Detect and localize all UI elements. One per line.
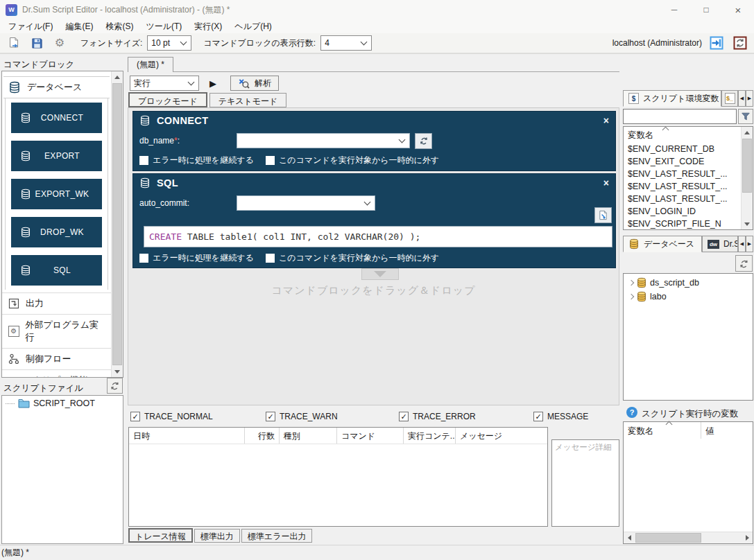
close-button[interactable]: × <box>722 0 754 19</box>
section-output[interactable]: 出力 <box>2 292 111 314</box>
menu-help[interactable]: ヘルプ(H) <box>228 19 278 34</box>
menu-edit[interactable]: 編集(E) <box>59 19 99 34</box>
close-icon[interactable]: × <box>603 178 609 188</box>
tab-trace-info[interactable]: トレース情報 <box>128 528 193 543</box>
column-header-command[interactable]: コマンド <box>337 428 404 444</box>
db-list-refresh-button[interactable] <box>415 133 432 149</box>
command-block-scrollbar[interactable] <box>111 71 123 377</box>
reconnect-button[interactable] <box>708 35 726 51</box>
column-header-datetime[interactable]: 日時 <box>129 428 245 444</box>
db-name-select[interactable]: "ds_script_db" <box>237 133 410 148</box>
menu-run[interactable]: 実行(X) <box>188 19 228 34</box>
column-header-exec-context[interactable]: 実行コンテ... <box>404 428 456 444</box>
command-block-button-drop-wk[interactable]: DROP_WK <box>11 217 102 247</box>
env-var-scrollbar[interactable] <box>741 127 753 229</box>
runtime-vars-hscrollbar[interactable] <box>624 532 753 543</box>
tab-drsum[interactable]: dw Dr.Su <box>702 236 738 252</box>
scroll-left-icon[interactable] <box>624 532 635 543</box>
sql-command-block[interactable]: SQL × auto_commit: $_SQL_AUTO_COMMIT_ON … <box>132 173 616 268</box>
command-block-button-export-wk[interactable]: EXPORT_WK <box>11 179 102 209</box>
tree-item-script-root[interactable]: SCRIPT_ROOT <box>6 399 119 408</box>
column-header-message[interactable]: メッセージ <box>456 428 547 444</box>
menu-tools[interactable]: ツール(T) <box>139 19 188 34</box>
database-tree[interactable]: ds_script_db labo <box>623 273 753 401</box>
column-header-line-count[interactable]: 行数 <box>245 428 280 444</box>
scrollbar-thumb[interactable] <box>635 533 701 543</box>
document-tab-untitled[interactable]: (無題) * <box>128 57 173 72</box>
scroll-up-icon[interactable] <box>742 127 753 138</box>
trace-error-checkbox[interactable]: ✓ TRACE_ERROR <box>399 412 476 421</box>
env-var-item[interactable]: $ENV_LAST_RESULT_... <box>624 193 741 205</box>
scroll-right-icon[interactable] <box>742 532 753 543</box>
expander-icon[interactable] <box>628 294 634 299</box>
scroll-down-icon[interactable] <box>742 218 753 229</box>
env-var-item[interactable]: $ENV_LAST_RESULT_... <box>624 168 741 180</box>
continue-on-error-checkbox[interactable]: エラー時に処理を継続する <box>139 155 266 166</box>
run-button[interactable]: ▶ <box>203 76 223 91</box>
tab-databases[interactable]: データベース <box>623 236 702 252</box>
tab-user-vars[interactable]: $_ <box>721 90 738 107</box>
trace-warn-checkbox[interactable]: ✓ TRACE_WARN <box>266 412 338 421</box>
env-var-item[interactable]: $ENV_LOGIN_ID <box>624 205 741 218</box>
section-control-flow[interactable]: 制御フロー <box>2 348 111 369</box>
env-var-item[interactable]: $ENV_CURRENT_DB <box>624 143 741 155</box>
tree-item-database[interactable]: labo <box>625 290 751 304</box>
tab-block-mode[interactable]: ブロックモード <box>128 92 207 107</box>
section-script-function[interactable]: </> スクリプト機能 <box>2 369 111 377</box>
column-header-type[interactable]: 種別 <box>280 428 337 444</box>
tab-script-env-vars[interactable]: $ スクリプト環境変数 <box>623 90 721 107</box>
env-var-list[interactable]: 変数名 $ENV_CURRENT_DB $ENV_EXIT_CODE $ENV_… <box>623 126 753 230</box>
save-button[interactable] <box>28 35 46 51</box>
command-block-button-connect[interactable]: CONNECT <box>11 103 102 133</box>
settings-button[interactable]: ⚙ <box>51 35 69 51</box>
env-var-item[interactable]: $ENV_EXIT_CODE <box>624 155 741 168</box>
scroll-down-icon[interactable] <box>112 366 123 377</box>
message-checkbox[interactable]: ✓ MESSAGE <box>533 412 588 421</box>
section-external-program[interactable]: ⚙ 外部プログラム実行 <box>2 314 111 348</box>
trace-log-table[interactable]: 日時 行数 種別 コマンド 実行コンテ... メッセージ <box>128 427 548 527</box>
sql-preview-button[interactable] <box>594 207 612 223</box>
continue-on-error-checkbox[interactable]: エラー時に処理を継続する <box>139 252 266 264</box>
minimize-button[interactable]: ─ <box>658 0 690 19</box>
env-var-column-header[interactable]: 変数名 <box>624 127 741 143</box>
menu-search[interactable]: 検索(S) <box>99 19 139 34</box>
session-refresh-button[interactable] <box>731 35 749 51</box>
tab-scroll-left-button[interactable]: ◀ <box>738 236 746 252</box>
font-size-select[interactable]: 10 pt <box>147 35 191 51</box>
tab-scroll-right-button[interactable]: ▶ <box>746 90 753 107</box>
tab-text-mode[interactable]: テキストモード <box>209 93 287 107</box>
filter-button[interactable] <box>738 109 753 124</box>
env-var-item[interactable]: $ENV_LAST_RESULT_... <box>624 180 741 193</box>
column-header-var-name[interactable]: 変数名 <box>624 422 701 439</box>
tab-scroll-left-button[interactable]: ◀ <box>738 90 746 107</box>
sql-code-editor[interactable]: CREATE TABLE table1( col1 INT, col2 VARC… <box>144 226 612 247</box>
connect-command-block[interactable]: CONNECT × db_name*: "ds_script_db" <box>132 111 616 171</box>
exclude-command-checkbox[interactable]: このコマンドを実行対象から一時的に外す <box>266 155 439 166</box>
env-var-item[interactable]: $ENV_SCRIPT_FILE_N <box>624 218 741 229</box>
tab-scroll-right-button[interactable]: ▶ <box>746 236 753 252</box>
new-script-button[interactable] <box>5 35 23 51</box>
tab-stdout[interactable]: 標準出力 <box>194 529 240 543</box>
section-database[interactable]: データベース <box>2 77 111 98</box>
menu-file[interactable]: ファイル(F) <box>2 19 59 34</box>
runtime-vars-table[interactable]: 変数名 値 <box>623 421 753 544</box>
message-detail-textarea[interactable]: メッセージ詳細 <box>551 439 619 527</box>
scrollbar-thumb[interactable] <box>112 83 122 365</box>
script-files-refresh-button[interactable] <box>107 378 123 394</box>
block-canvas[interactable]: CONNECT × db_name*: "ds_script_db" <box>128 107 619 405</box>
env-var-filter-input[interactable] <box>623 109 737 124</box>
scroll-up-icon[interactable] <box>112 71 123 82</box>
column-header-var-value[interactable]: 値 <box>701 422 753 439</box>
expander-icon[interactable] <box>628 280 634 286</box>
command-block-button-sql[interactable]: SQL <box>11 255 102 286</box>
run-mode-select[interactable]: 実行 <box>130 76 199 91</box>
command-block-button-export[interactable]: EXPORT <box>11 141 102 171</box>
block-rows-select[interactable]: 4 <box>320 35 372 51</box>
database-refresh-button[interactable] <box>735 255 753 272</box>
trace-normal-checkbox[interactable]: ✓ TRACE_NORMAL <box>130 412 213 421</box>
auto-commit-select[interactable]: $_SQL_AUTO_COMMIT_ON <box>237 195 375 211</box>
tree-item-database[interactable]: ds_script_db <box>625 276 751 290</box>
analyze-button[interactable]: 解析 <box>230 76 279 91</box>
exclude-command-checkbox[interactable]: このコマンドを実行対象から一時的に外す <box>266 252 439 264</box>
maximize-button[interactable]: □ <box>690 0 722 19</box>
